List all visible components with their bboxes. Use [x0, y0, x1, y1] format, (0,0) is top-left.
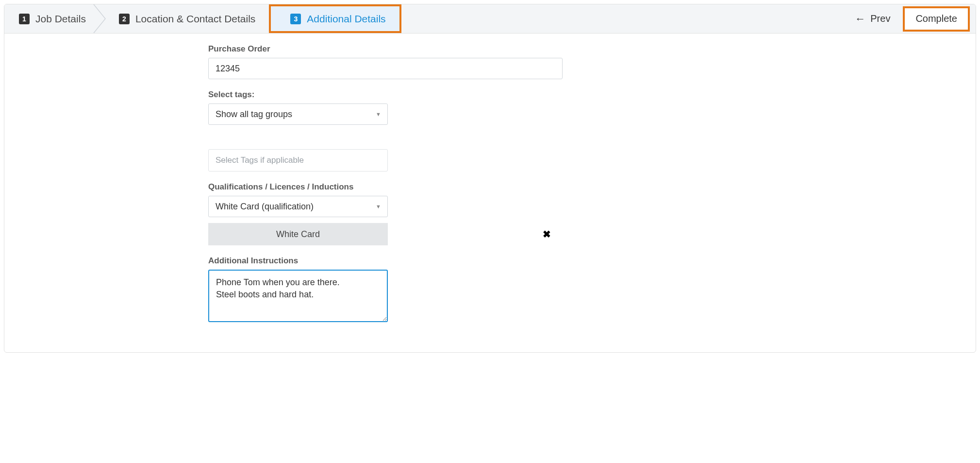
- additional-instructions-label: Additional Instructions: [208, 256, 563, 266]
- qualification-chip-label: White Card: [276, 229, 320, 240]
- qualifications-selected-value: White Card (qualification): [216, 202, 314, 212]
- qualification-chip: White Card: [208, 223, 388, 245]
- tags-input-group: [208, 149, 563, 171]
- prev-button[interactable]: ← Prev: [848, 10, 897, 27]
- tag-groups-selected-value: Show all tag groups: [216, 109, 292, 120]
- arrow-left-icon: ←: [855, 14, 865, 24]
- wizard-stepper: 1 Job Details 2 Location & Contact Detai…: [4, 4, 976, 34]
- additional-instructions-group: Additional Instructions: [208, 256, 563, 324]
- step-number-badge: 3: [290, 14, 301, 24]
- spacer: [401, 4, 848, 33]
- purchase-order-group: Purchase Order: [208, 44, 563, 79]
- step-label: Location & Contact Details: [135, 13, 255, 25]
- select-tags-group: Select tags: Show all tag groups ▼: [208, 90, 563, 125]
- form-body: Purchase Order Select tags: Show all tag…: [4, 34, 976, 352]
- step-label: Job Details: [35, 13, 86, 25]
- additional-instructions-textarea[interactable]: [208, 270, 388, 322]
- qualifications-group: Qualifications / Licences / Inductions W…: [208, 182, 563, 245]
- purchase-order-input[interactable]: [208, 58, 563, 79]
- qualification-chip-row: White Card ✖: [208, 223, 563, 245]
- complete-button[interactable]: Complete: [903, 6, 970, 32]
- purchase-order-label: Purchase Order: [208, 44, 563, 54]
- prev-button-label: Prev: [870, 13, 890, 24]
- stepper-actions: ← Prev Complete: [848, 4, 976, 33]
- step-job-details[interactable]: 1 Job Details: [4, 4, 100, 33]
- step-location-contact-details[interactable]: 2 Location & Contact Details: [100, 4, 269, 33]
- step-label: Additional Details: [307, 13, 385, 25]
- tags-multiselect[interactable]: [208, 149, 388, 171]
- remove-qualification-button[interactable]: ✖: [541, 228, 553, 240]
- qualifications-select[interactable]: White Card (qualification): [208, 196, 388, 217]
- select-tags-label: Select tags:: [208, 90, 563, 100]
- tags-multiselect-input[interactable]: [216, 155, 381, 165]
- complete-button-label: Complete: [915, 13, 957, 24]
- qualifications-label: Qualifications / Licences / Inductions: [208, 182, 563, 192]
- step-number-badge: 1: [19, 14, 30, 24]
- close-icon: ✖: [543, 229, 551, 240]
- tag-groups-select[interactable]: Show all tag groups: [208, 103, 388, 125]
- step-additional-details[interactable]: 3 Additional Details: [269, 4, 401, 33]
- step-number-badge: 2: [119, 14, 130, 24]
